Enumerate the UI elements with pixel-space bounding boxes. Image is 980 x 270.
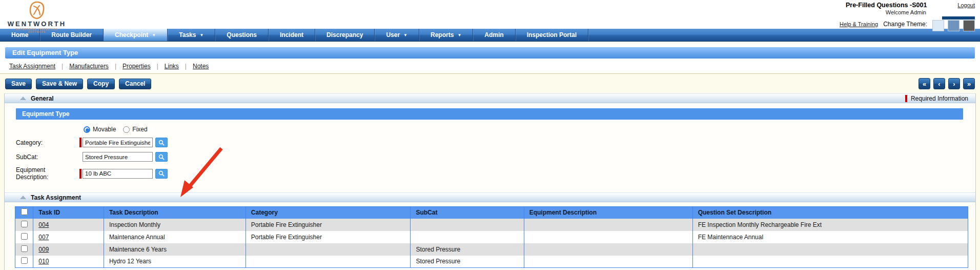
lookup-button[interactable] — [155, 138, 168, 147]
field-label: Category: — [16, 139, 79, 146]
task-id-link[interactable]: 010 — [38, 258, 49, 265]
nav-item[interactable]: Inspection Portal ▼ — [516, 29, 588, 41]
theme-swatch[interactable] — [948, 20, 959, 31]
field-input[interactable] — [83, 169, 153, 179]
nav-item-label: Checkpoint — [115, 31, 148, 38]
toolbar-button[interactable]: Save — [5, 79, 32, 89]
nav-item[interactable]: Tasks ▼ — [168, 29, 215, 41]
nav-item[interactable]: Discrepancy ▼ — [315, 29, 375, 41]
column-header: Question Set Description — [692, 207, 968, 219]
radio-icon — [123, 126, 130, 133]
equipment-description-cell — [524, 219, 692, 231]
required-note: Required Information — [905, 95, 968, 102]
chevron-down-icon: ▼ — [152, 33, 156, 37]
change-theme-label: Change Theme: — [883, 21, 927, 28]
required-marker — [79, 138, 81, 147]
task-table-wrap: Task IDTask DescriptionCategorySubCatEqu… — [5, 202, 975, 270]
chevron-down-icon: ▼ — [199, 33, 203, 37]
radio-label: Fixed — [132, 126, 147, 133]
field-input[interactable] — [83, 138, 153, 147]
task-id-link[interactable]: 009 — [38, 246, 49, 253]
theme-swatch[interactable] — [963, 20, 975, 31]
tab-link[interactable]: Manufacturers — [67, 63, 111, 70]
subcat-cell: Stored Pressure — [411, 243, 524, 256]
subcat-cell: Stored Pressure — [411, 256, 524, 268]
nav-item-label: Admin — [484, 31, 503, 38]
tab-link[interactable]: Notes — [191, 63, 211, 70]
radio-option[interactable]: Fixed — [123, 126, 147, 133]
nav-item[interactable]: Admin ▼ — [473, 29, 515, 41]
task-description-cell: Hydro 12 Years — [104, 256, 246, 268]
theme-swatch[interactable] — [932, 20, 944, 31]
context-title: Pre-Filled Questions -S001 — [846, 2, 927, 9]
help-training-link[interactable]: Help & Training — [840, 21, 878, 27]
question-set-cell — [692, 243, 968, 256]
nav-item-label: Incident — [280, 31, 303, 38]
category-cell: Portable Fire Extinguisher — [246, 231, 411, 243]
row-checkbox[interactable] — [21, 221, 28, 227]
tab-link[interactable]: Task Assignment — [7, 63, 57, 70]
table-row: 010 Hydro 12 Years Stored Pressure — [15, 256, 968, 268]
search-icon — [158, 170, 165, 177]
column-header: SubCat — [411, 207, 524, 219]
table-header-row: Task IDTask DescriptionCategorySubCatEqu… — [15, 207, 968, 219]
category-cell — [246, 256, 411, 268]
nav-item-label: Discrepancy — [326, 31, 363, 38]
nav-item[interactable]: Checkpoint ▼ — [104, 29, 168, 41]
subcat-cell — [411, 219, 524, 231]
logout-link[interactable]: Logout — [957, 2, 975, 8]
toolbar-button[interactable]: Copy — [87, 79, 115, 89]
pager-button[interactable]: ‹ — [933, 78, 945, 89]
main-nav: Home ▼ Route Builder ▼ Checkpoint ▼ Task… — [0, 29, 980, 42]
nav-item-label: User — [386, 31, 400, 38]
task-assignment-section-title: Task Assignment — [31, 194, 81, 201]
chevron-down-icon: ▼ — [457, 33, 461, 37]
required-marker — [79, 169, 81, 179]
equipment-description-cell — [524, 243, 692, 256]
question-set-cell: FE Maintennace Annual — [692, 231, 968, 243]
tab-link[interactable]: Links — [162, 63, 181, 70]
row-select-cell — [15, 243, 33, 256]
lookup-button[interactable] — [155, 152, 168, 162]
theme-swatches — [932, 16, 975, 31]
nav-item[interactable]: Incident ▼ — [269, 29, 315, 41]
question-set-cell: FE Inspection Monthly Rechargeable Fire … — [692, 219, 968, 231]
radio-option[interactable]: Movable — [84, 126, 116, 133]
equipment-type-form: Equipment Type Movable Fixed — [5, 103, 975, 192]
tab-separator: | — [157, 63, 158, 70]
collapse-icon[interactable] — [20, 196, 26, 199]
brand-tagline: ENTERPRISE INSPECTION SOFTWARE — [6, 28, 68, 33]
user-bar: Pre-Filled Questions -S001 Logout Welcom… — [840, 2, 975, 31]
row-checkbox[interactable] — [21, 257, 28, 264]
pager-button[interactable]: › — [948, 78, 960, 89]
brand-logo: WENTWORTH ENTERPRISE INSPECTION SOFTWARE — [6, 1, 68, 33]
task-id-link[interactable]: 007 — [38, 234, 49, 241]
lookup-button[interactable] — [155, 169, 168, 179]
tab-link[interactable]: Properties — [120, 63, 153, 70]
selected-theme-indicator — [942, 16, 975, 20]
table-row: 009 Maintenance 6 Years Stored Pressure — [15, 243, 968, 256]
column-header: Task Description — [104, 207, 246, 219]
nav-item[interactable]: User ▼ — [375, 29, 419, 41]
table-row: 007 Maintenance Annual Portable Fire Ext… — [15, 231, 968, 243]
row-checkbox[interactable] — [21, 233, 28, 240]
nav-item[interactable]: Reports ▼ — [419, 29, 473, 41]
row-checkbox[interactable] — [21, 245, 28, 252]
toolbar: SaveSave & NewCopyCancel «‹›» — [0, 74, 980, 93]
nav-item-label: Inspection Portal — [527, 31, 577, 38]
collapse-icon[interactable] — [20, 97, 26, 100]
pager-button[interactable]: « — [918, 78, 930, 89]
nav-item-label: Reports — [431, 31, 454, 38]
required-marker — [905, 95, 907, 102]
pager-button[interactable]: » — [963, 78, 975, 89]
toolbar-button[interactable]: Save & New — [36, 79, 83, 89]
select-all-checkbox[interactable] — [21, 208, 28, 215]
nav-item[interactable]: Questions ▼ — [215, 29, 269, 41]
field-label: Equipment Description: — [16, 166, 79, 181]
toolbar-button[interactable]: Cancel — [119, 79, 151, 89]
column-header: Task ID — [33, 207, 104, 219]
field-input[interactable] — [83, 152, 153, 162]
nav-item-label: Tasks — [179, 31, 196, 38]
task-id-link[interactable]: 004 — [38, 221, 49, 228]
task-assignment-section-bar: Task Assignment — [5, 192, 975, 202]
